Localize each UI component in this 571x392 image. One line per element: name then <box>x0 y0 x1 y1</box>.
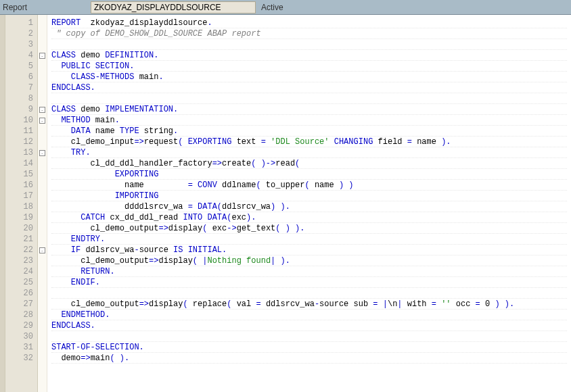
code-line[interactable]: cl_demo_output=>display( exc->get_text( … <box>51 223 567 234</box>
code-line[interactable]: " copy of DEMO_SHOW_DDL_SOURCE ABAP repo… <box>51 28 567 39</box>
code-line[interactable]: IF ddlsrcv_wa-source IS INITIAL. <box>51 245 567 255</box>
text-token: display <box>158 256 192 266</box>
line-number: 8 <box>5 93 33 104</box>
code-line[interactable] <box>51 39 567 50</box>
keyword-token: ENDIF. <box>71 278 100 287</box>
fold-toggle-icon[interactable]: - <box>39 247 45 253</box>
keyword-token: IF <box>71 245 81 255</box>
code-line[interactable]: RETURN. <box>51 266 567 277</box>
fold-toggle-icon[interactable]: - <box>39 107 45 113</box>
keyword-token: IMPORTING <box>115 191 159 201</box>
text-token: field <box>378 137 407 147</box>
code-line[interactable]: name = CONV ddlname( to_upper( name ) ) <box>51 180 567 191</box>
code-line[interactable]: CATCH cx_dd_ddl_read INTO DATA(exc). <box>51 212 567 223</box>
fold-marker <box>38 212 47 223</box>
keyword-token: | ). <box>271 256 290 266</box>
code-line[interactable]: EXPORTING <box>51 169 567 180</box>
code-line[interactable]: cl_demo_output=>display( replace( val = … <box>51 299 567 310</box>
fold-marker <box>38 320 47 331</box>
fold-marker[interactable]: - <box>38 245 47 255</box>
keyword-token: = <box>407 137 417 147</box>
text-token: with <box>407 299 432 309</box>
code-line[interactable]: ENDIF. <box>51 277 567 288</box>
code-line[interactable]: REPORT zkodyaz_displayddlsource. <box>51 18 567 28</box>
code-line[interactable]: ENDTRY. <box>51 234 567 245</box>
text-token <box>51 278 71 287</box>
fold-marker <box>38 126 47 137</box>
code-line[interactable]: cl_demo_output=>display( |Nothing found|… <box>51 255 567 266</box>
text-token: name <box>91 126 120 136</box>
keyword-token: TRY. <box>71 148 91 157</box>
fold-marker <box>38 310 47 320</box>
fold-marker[interactable]: - <box>38 50 47 61</box>
keyword-token: EXPORTING <box>115 170 159 179</box>
line-number: 10 <box>5 115 33 126</box>
code-line[interactable]: ENDMETHOD. <box>51 310 567 320</box>
keyword-token: | <box>397 299 407 309</box>
code-line[interactable]: CLASS demo IMPLEMENTATION. <box>51 104 567 115</box>
code-line[interactable]: METHOD main. <box>51 115 567 126</box>
marker-gutter <box>0 15 5 392</box>
program-name-input[interactable] <box>91 1 256 14</box>
text-token: 0 <box>485 299 495 309</box>
line-number-gutter: 1234567891011121314151617181920212223242… <box>5 15 38 392</box>
code-line[interactable] <box>51 93 567 104</box>
fold-marker <box>38 277 47 288</box>
fold-marker[interactable]: - <box>38 115 47 126</box>
string-token: Nothing found <box>207 256 271 266</box>
code-line[interactable] <box>51 331 567 342</box>
text-token: val <box>231 299 256 309</box>
fold-marker[interactable]: - <box>38 147 47 158</box>
fold-marker[interactable]: - <box>38 104 47 115</box>
text-token: name <box>51 180 188 190</box>
line-number: 22 <box>5 245 33 255</box>
keyword-token: PUBLIC SECTION. <box>61 62 134 71</box>
code-line[interactable]: demo=>main( ). <box>51 353 567 364</box>
line-number: 13 <box>5 147 33 158</box>
text-token: cl_demo_output <box>51 299 139 309</box>
code-line[interactable] <box>51 288 567 299</box>
fold-toggle-icon[interactable]: - <box>39 150 45 156</box>
line-number: 18 <box>5 201 33 212</box>
text-token: to_upper <box>261 180 305 190</box>
code-text-area[interactable]: REPORT zkodyaz_displayddlsource. " copy … <box>47 15 571 392</box>
text-token: demo <box>76 105 105 114</box>
string-token: '' <box>441 299 451 309</box>
keyword-token: ). <box>246 213 256 222</box>
text-token: zkodyaz_displayddlsource <box>81 18 207 28</box>
code-line[interactable]: cl_dd_ddl_handler_factory=>create( )->re… <box>51 158 567 169</box>
code-line[interactable]: IMPORTING <box>51 191 567 201</box>
line-number: 11 <box>5 126 33 137</box>
code-line[interactable]: CLASS demo DEFINITION. <box>51 50 567 61</box>
code-line[interactable]: CLASS-METHODS main. <box>51 72 567 82</box>
text-token: main <box>91 116 115 125</box>
text-token: ddlsrcv_wa <box>261 299 315 309</box>
text-token: create <box>222 159 251 168</box>
keyword-token: RETURN. <box>81 267 114 276</box>
code-line[interactable]: ddddlsrcv_wa = DATA(ddlsrcv_wa) ). <box>51 201 567 212</box>
text-token: string <box>139 126 173 136</box>
text-token: ddlname <box>217 180 256 190</box>
line-number: 16 <box>5 180 33 191</box>
text-token: display <box>149 299 183 309</box>
code-line[interactable]: ENDCLASS. <box>51 82 567 93</box>
code-line[interactable]: PUBLIC SECTION. <box>51 61 567 72</box>
keyword-token: => <box>158 224 168 233</box>
line-number: 28 <box>5 310 33 320</box>
fold-marker <box>38 266 47 277</box>
fold-toggle-icon[interactable]: - <box>39 118 45 124</box>
keyword-token: ENDMETHOD. <box>61 310 110 320</box>
fold-marker <box>38 234 47 245</box>
line-number: 30 <box>5 331 33 342</box>
fold-toggle-icon[interactable]: - <box>39 53 45 59</box>
code-line[interactable]: START-OF-SELECTION. <box>51 342 567 353</box>
line-number: 1 <box>5 18 33 28</box>
code-line[interactable]: ENDCLASS. <box>51 320 567 331</box>
line-number: 32 <box>5 353 33 364</box>
code-line[interactable]: DATA name TYPE string. <box>51 126 567 137</box>
fold-marker <box>38 39 47 50</box>
code-line[interactable]: TRY. <box>51 147 567 158</box>
code-line[interactable]: cl_demo_input=>request( EXPORTING text =… <box>51 137 567 147</box>
text-token: read <box>275 159 295 168</box>
line-number: 21 <box>5 234 33 245</box>
